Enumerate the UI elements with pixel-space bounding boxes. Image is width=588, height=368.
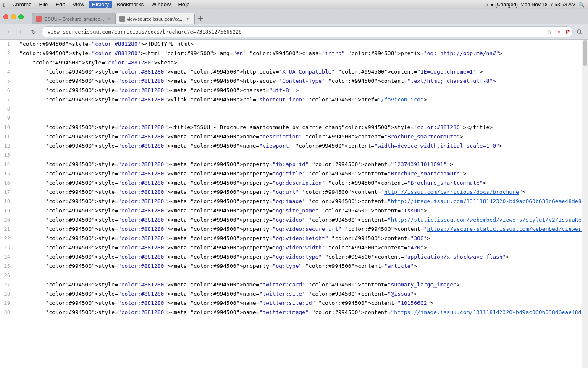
line-number: 18 <box>0 197 13 206</box>
code-line: "color:#994500">style="color:#881280"><m… <box>19 169 582 178</box>
code-line: "color:#994500">style="color:#881280"><m… <box>19 77 582 86</box>
source-code-area: 1234567891011121314151617181920212223242… <box>0 40 588 368</box>
code-line: "color:#994500">style="color:#881280"><m… <box>19 206 582 215</box>
address-input[interactable]: view-source:issuu.com/carricious/docs/br… <box>41 26 573 37</box>
code-line: "color:#994500">style="color:#881280"><m… <box>19 262 582 271</box>
code-line: "color:#994500">style="color:#881280"><m… <box>19 252 582 262</box>
line-number: 13 <box>0 151 13 160</box>
tab2-title: view-source:issuu.com/ca... <box>127 16 184 21</box>
scrollbar-thumb[interactable] <box>583 40 587 66</box>
code-line: "color:#994500">style="color:#881280"><m… <box>19 86 582 95</box>
menu-bar:  Chrome File Edit View History Bookmark… <box>0 0 588 9</box>
maximize-button[interactable] <box>18 14 24 19</box>
url-text: view-source:issuu.com/carricious/docs/br… <box>47 29 242 35</box>
address-search-icon[interactable] <box>575 27 585 37</box>
bookmark-star-icon[interactable]: ✦ <box>556 28 562 36</box>
line-number: 29 <box>0 299 13 308</box>
code-line: "color:#994500">style="color:#881280"><m… <box>19 280 582 289</box>
code-content[interactable]: "color:#994500">style="color:#881280"><!… <box>17 40 582 368</box>
window-controls <box>3 14 24 19</box>
line-number: 8 <box>0 104 13 114</box>
code-line <box>19 104 582 114</box>
tab-view-source[interactable]: view-source:issuu.com/ca... ✕ <box>116 13 195 24</box>
line-number: 17 <box>0 188 13 197</box>
svg-point-2 <box>578 30 581 33</box>
code-line: "color:#994500">style="color:#881280"><h… <box>19 49 582 58</box>
line-number: 26 <box>0 271 13 280</box>
code-line: "color:#994500">style="color:#881280"><h… <box>19 58 582 67</box>
line-number: 27 <box>0 280 13 289</box>
code-line: "color:#994500">style="color:#881280"><m… <box>19 215 582 225</box>
address-bar-row: ↻ view-source:issuu.com/carricious/docs/… <box>0 24 588 40</box>
line-number: 1 <box>0 40 13 49</box>
tab1-close[interactable]: ✕ <box>106 16 112 22</box>
code-line: "color:#994500">style="color:#881280"><m… <box>19 243 582 252</box>
code-line <box>19 151 582 160</box>
line-number: 28 <box>0 289 13 299</box>
code-line: "color:#994500">style="color:#881280"><m… <box>19 67 582 77</box>
close-button[interactable] <box>3 14 8 19</box>
line-numbers: 1234567891011121314151617181920212223242… <box>0 40 17 368</box>
line-number: 10 <box>0 123 13 132</box>
line-number: 21 <box>0 225 13 234</box>
line-number: 25 <box>0 262 13 271</box>
bluetooth-icon: ⌕ <box>485 2 488 8</box>
code-line: "color:#994500">style="color:#881280"><m… <box>19 299 582 308</box>
code-line: "color:#994500">style="color:#881280"><m… <box>19 234 582 243</box>
apple-menu[interactable]:  <box>3 1 5 8</box>
line-number: 15 <box>0 169 13 178</box>
line-number: 6 <box>0 86 13 95</box>
menu-bookmarks[interactable]: Bookmarks <box>113 1 147 8</box>
line-number: 24 <box>0 252 13 262</box>
scrollbar[interactable] <box>582 40 588 368</box>
line-number: 4 <box>0 67 13 77</box>
code-line: "color:#994500">style="color:#881280"><m… <box>19 308 582 317</box>
code-line: "color:#994500">style="color:#881280"><m… <box>19 197 582 206</box>
code-line: "color:#994500">style="color:#881280"><m… <box>19 188 582 197</box>
line-number: 30 <box>0 308 13 317</box>
menu-history[interactable]: History <box>89 1 112 8</box>
code-line: "color:#994500">style="color:#881280"><m… <box>19 141 582 151</box>
address-bar-icons: ☆ ✦ P <box>546 28 570 36</box>
menu-help[interactable]: Help <box>175 1 193 8</box>
line-number: 2 <box>0 49 13 58</box>
menu-edit[interactable]: Edit <box>52 1 68 8</box>
menu-chrome[interactable]: Chrome <box>9 1 35 8</box>
minimize-button[interactable] <box>11 14 16 19</box>
reload-button[interactable]: ↻ <box>29 27 39 37</box>
code-line: "color:#994500">style="color:#881280"><l… <box>19 95 582 104</box>
line-number: 5 <box>0 77 13 86</box>
line-number: 12 <box>0 141 13 151</box>
line-number: 23 <box>0 243 13 252</box>
chrome-window: ISSUU – Brochure_smartco... ✕ view-sourc… <box>0 9 588 368</box>
line-number: 7 <box>0 95 13 104</box>
back-button[interactable] <box>3 27 13 37</box>
forward-button[interactable] <box>16 27 26 37</box>
code-line <box>19 271 582 280</box>
menu-file[interactable]: File <box>36 1 51 8</box>
menu-view[interactable]: View <box>69 1 88 8</box>
line-number: 19 <box>0 206 13 215</box>
line-number: 14 <box>0 160 13 169</box>
datetime: Mon Nov 18 7:53:53 AM <box>520 2 576 8</box>
code-line: "color:#994500">style="color:#881280"><m… <box>19 160 582 169</box>
bookmark-icon[interactable]: ☆ <box>546 28 553 36</box>
code-line: "color:#994500">style="color:#881280"><m… <box>19 132 582 141</box>
tab1-favicon <box>36 16 42 22</box>
battery-status: ● (Charged) <box>491 2 518 8</box>
new-tab-button[interactable] <box>195 13 207 24</box>
search-icon[interactable]: 🔍 <box>578 2 585 8</box>
line-number: 20 <box>0 215 13 225</box>
pinterest-icon[interactable]: P <box>565 28 570 36</box>
tab2-close[interactable]: ✕ <box>185 16 191 22</box>
line-number: 3 <box>0 58 13 67</box>
tab-bar: ISSUU – Brochure_smartco... ✕ view-sourc… <box>0 9 588 24</box>
tab-issuu[interactable]: ISSUU – Brochure_smartco... ✕ <box>32 13 116 24</box>
code-line: "color:#994500">style="color:#881280"><t… <box>19 123 582 132</box>
tab2-favicon <box>119 16 125 22</box>
code-line: "color:#994500">style="color:#881280"><!… <box>19 40 582 49</box>
code-line: "color:#994500">style="color:#881280"><m… <box>19 225 582 234</box>
code-line <box>19 114 582 123</box>
svg-line-3 <box>580 33 582 34</box>
menu-window[interactable]: Window <box>148 1 174 8</box>
